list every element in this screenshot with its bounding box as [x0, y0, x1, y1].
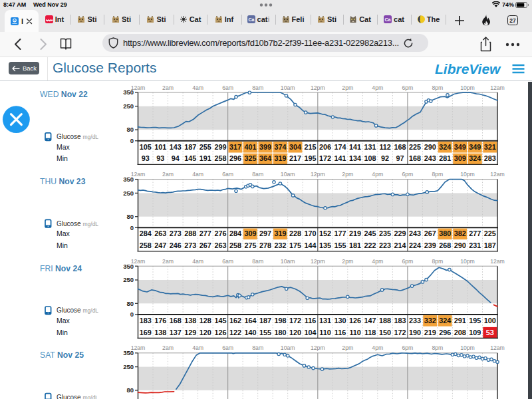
svg-text:8am: 8am	[252, 344, 263, 351]
svg-text:100: 100	[484, 317, 496, 325]
svg-text:225: 225	[484, 229, 496, 237]
svg-text:288: 288	[184, 229, 196, 237]
svg-text:6am: 6am	[222, 258, 233, 265]
svg-text:181: 181	[349, 241, 361, 249]
svg-text:250: 250	[123, 102, 134, 110]
svg-text:324: 324	[469, 154, 481, 162]
svg-text:169: 169	[140, 329, 152, 336]
svg-text:374: 374	[274, 143, 286, 151]
svg-text:135: 135	[319, 241, 331, 249]
svg-text:4am: 4am	[192, 84, 203, 91]
svg-text:80: 80	[126, 386, 134, 394]
svg-text:217: 217	[289, 154, 301, 162]
svg-text:Min: Min	[57, 154, 68, 162]
svg-text:110: 110	[349, 329, 360, 336]
svg-text:110: 110	[319, 329, 331, 336]
svg-text:131: 131	[364, 143, 376, 151]
svg-text:232: 232	[274, 241, 286, 249]
svg-text:349: 349	[469, 143, 481, 151]
svg-text:164: 164	[244, 317, 256, 325]
svg-text:6pm: 6pm	[402, 344, 413, 351]
svg-text:233: 233	[409, 317, 421, 325]
svg-text:147: 147	[364, 317, 376, 325]
svg-text:Max: Max	[57, 143, 70, 151]
svg-text:0: 0	[130, 224, 134, 231]
svg-text:10pm: 10pm	[460, 344, 475, 351]
svg-text:10am: 10am	[281, 344, 295, 351]
svg-text:267: 267	[424, 229, 436, 237]
svg-text:399: 399	[259, 143, 271, 151]
svg-text:174: 174	[334, 143, 346, 151]
svg-text:SAT Nov 25: SAT Nov 25	[40, 350, 84, 360]
svg-text:277: 277	[469, 229, 481, 237]
svg-text:2pm: 2pm	[342, 258, 353, 265]
svg-text:2pm: 2pm	[342, 344, 353, 351]
svg-text:206: 206	[319, 143, 331, 151]
svg-text:225: 225	[409, 143, 421, 151]
svg-text:324: 324	[439, 317, 451, 325]
svg-text:12pm: 12pm	[311, 258, 325, 265]
svg-text:168: 168	[170, 317, 182, 325]
svg-text:108: 108	[364, 154, 376, 162]
svg-text:6pm: 6pm	[402, 84, 413, 91]
svg-text:273: 273	[170, 229, 182, 237]
svg-text:284: 284	[229, 229, 241, 237]
svg-text:231: 231	[469, 241, 481, 249]
svg-text:12am: 12am	[490, 84, 505, 91]
svg-text:105: 105	[140, 143, 152, 151]
svg-text:Glucose mg/dL: Glucose mg/dL	[57, 220, 98, 227]
svg-text:176: 176	[154, 317, 166, 325]
svg-text:170: 170	[304, 229, 316, 237]
svg-text:223: 223	[379, 241, 391, 249]
svg-text:296: 296	[229, 154, 241, 162]
svg-text:275: 275	[244, 241, 256, 249]
svg-text:97: 97	[396, 154, 404, 162]
svg-text:129: 129	[184, 329, 196, 336]
svg-text:2pm: 2pm	[342, 171, 353, 178]
svg-text:382: 382	[454, 229, 466, 237]
svg-text:229: 229	[394, 229, 406, 237]
svg-text:284: 284	[140, 229, 152, 237]
svg-text:Ca: Ca	[248, 17, 254, 22]
svg-text:141: 141	[349, 143, 361, 151]
svg-text:299: 299	[214, 143, 226, 151]
svg-text:215: 215	[304, 143, 316, 151]
svg-text:224: 224	[409, 241, 421, 249]
svg-text:214: 214	[394, 241, 406, 249]
svg-text:321: 321	[484, 143, 496, 151]
svg-text:8pm: 8pm	[432, 258, 443, 265]
svg-text:2am: 2am	[162, 171, 174, 178]
svg-text:183: 183	[140, 317, 152, 325]
svg-text:168: 168	[394, 143, 406, 151]
svg-text:2am: 2am	[162, 258, 174, 265]
svg-text:Max: Max	[57, 317, 70, 325]
svg-text:12am: 12am	[490, 258, 505, 265]
svg-text:247: 247	[154, 241, 166, 249]
svg-text:Glucose mg/dL: Glucose mg/dL	[57, 133, 98, 140]
svg-text:8pm: 8pm	[432, 344, 443, 351]
svg-text:162: 162	[229, 317, 241, 325]
svg-text:187: 187	[259, 317, 271, 325]
svg-text:10pm: 10pm	[460, 258, 475, 265]
svg-text:8am: 8am	[252, 258, 263, 265]
svg-text:283: 283	[484, 154, 496, 162]
svg-text:10am: 10am	[281, 258, 295, 265]
svg-text:122: 122	[229, 329, 241, 336]
svg-text:143: 143	[170, 143, 182, 151]
svg-text:152: 152	[319, 229, 331, 237]
svg-text:144: 144	[304, 241, 316, 249]
svg-text:290: 290	[424, 143, 436, 151]
svg-text:273: 273	[184, 241, 196, 249]
svg-text:297: 297	[259, 229, 271, 237]
svg-text:FRI Nov 24: FRI Nov 24	[40, 264, 82, 273]
svg-text:94: 94	[172, 154, 180, 162]
svg-text:0: 0	[130, 311, 134, 318]
svg-text:177: 177	[334, 229, 346, 237]
svg-text:222: 222	[364, 241, 376, 249]
svg-text:8am: 8am	[252, 171, 263, 178]
svg-text:349: 349	[454, 143, 466, 151]
svg-text:350: 350	[123, 88, 134, 96]
svg-text:12am: 12am	[490, 171, 505, 178]
svg-text:401: 401	[244, 143, 256, 151]
svg-text:219: 219	[349, 229, 361, 237]
